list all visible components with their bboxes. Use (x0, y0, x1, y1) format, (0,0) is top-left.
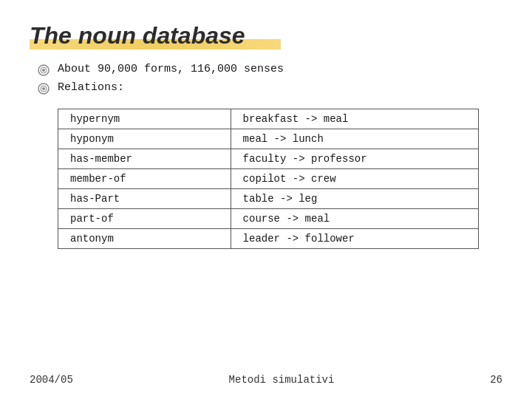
table-cell-col1: hyponym (58, 129, 231, 149)
bullet-icon-1 (37, 64, 50, 77)
table-row: hyponymmeal -> lunch (58, 129, 479, 149)
footer: 2004/05 Metodi simulativi 26 (30, 374, 502, 386)
main-page: The noun database About 90,000 forms, 11… (0, 0, 532, 399)
table-row: part-ofcourse -> meal (58, 209, 479, 229)
table-container: hypernymbreakfast -> mealhyponymmeal -> … (58, 109, 502, 249)
table-cell-col2: breakfast -> meal (231, 109, 478, 129)
table-cell-col1: has-member (58, 149, 231, 169)
bullet-icon-2 (37, 82, 50, 95)
table-cell-col1: has-Part (58, 189, 231, 209)
table-cell-col1: hypernym (58, 109, 231, 129)
page-title: The noun database (30, 22, 502, 50)
table-cell-col2: leader -> follower (231, 229, 478, 249)
svg-point-5 (42, 87, 45, 90)
table-cell-col1: antonym (58, 229, 231, 249)
bullet-text-2: Relations: (58, 81, 124, 94)
table-row: has-Parttable -> leg (58, 189, 479, 209)
bullet-item-1: About 90,000 forms, 116,000 senses (37, 63, 502, 77)
table-cell-col2: faculty -> professor (231, 149, 478, 169)
footer-center: Metodi simulativi (229, 374, 335, 386)
title-container: The noun database (30, 22, 502, 50)
bullet-text-1: About 90,000 forms, 116,000 senses (58, 63, 284, 75)
bullet-section: About 90,000 forms, 116,000 senses Relat… (30, 63, 502, 95)
footer-year: 2004/05 (30, 374, 73, 386)
table-row: has-memberfaculty -> professor (58, 149, 479, 169)
relations-table: hypernymbreakfast -> mealhyponymmeal -> … (58, 109, 479, 249)
table-cell-col1: member-of (58, 169, 231, 189)
table-cell-col2: meal -> lunch (231, 129, 478, 149)
table-cell-col2: copilot -> crew (231, 169, 478, 189)
table-row: antonymleader -> follower (58, 229, 479, 249)
table-row: hypernymbreakfast -> meal (58, 109, 479, 129)
table-cell-col2: table -> leg (231, 189, 478, 209)
table-cell-col1: part-of (58, 209, 231, 229)
bullet-item-2: Relations: (37, 81, 502, 95)
footer-page: 26 (490, 374, 502, 386)
table-row: member-ofcopilot -> crew (58, 169, 479, 189)
table-cell-col2: course -> meal (231, 209, 478, 229)
svg-point-2 (42, 69, 45, 72)
